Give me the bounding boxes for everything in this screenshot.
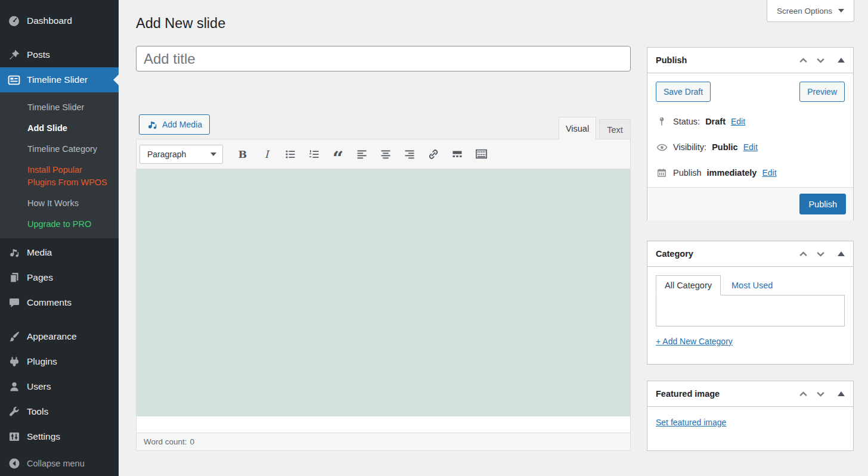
sidebar-item-label: Posts	[27, 49, 50, 60]
timeline-slider-submenu: Timeline Slider Add Slide Timeline Categ…	[0, 92, 119, 238]
title-input[interactable]	[136, 46, 631, 71]
sidebar-item-label: Tools	[27, 406, 48, 417]
sidebar-item-label: Dashboard	[27, 15, 72, 26]
admin-sidebar: Dashboard Posts Timeline Slider Timeline…	[0, 0, 119, 476]
sidebar-item-plugins[interactable]: Plugins	[0, 349, 119, 374]
visibility-value: Public	[712, 142, 738, 152]
content-editor: Paragraph B I “ Word cou	[136, 139, 631, 451]
align-right-button[interactable]	[399, 145, 420, 163]
tab-visual[interactable]: Visual	[559, 117, 596, 139]
schedule-label: Publish	[673, 168, 702, 178]
blockquote-button[interactable]: “	[328, 145, 348, 163]
sidebar-item-comments[interactable]: Comments	[0, 290, 119, 315]
category-title: Category	[656, 249, 798, 259]
category-metabox-header: Category	[647, 241, 853, 267]
edit-schedule-link[interactable]: Edit	[762, 168, 776, 178]
move-down-icon[interactable]	[816, 249, 826, 259]
editor-content-area[interactable]	[137, 169, 630, 416]
toggle-panel-icon[interactable]	[838, 388, 845, 396]
plug-icon	[8, 356, 20, 368]
move-up-icon[interactable]	[798, 389, 808, 399]
tab-all-category[interactable]: All Category	[656, 275, 721, 295]
featured-image-metabox: Featured image Set featured image	[647, 381, 854, 451]
user-icon	[8, 381, 20, 393]
submenu-item-timeline-category[interactable]: Timeline Category	[0, 139, 119, 160]
sidebar-item-timeline-slider[interactable]: Timeline Slider	[0, 67, 119, 92]
screen-options-button[interactable]: Screen Options	[767, 0, 854, 22]
sidebar-item-label: Pages	[27, 272, 53, 283]
category-metabox: Category All Category Most Used + Add Ne…	[647, 241, 854, 365]
italic-button[interactable]: I	[256, 145, 277, 163]
submenu-item-add-slide[interactable]: Add Slide	[0, 118, 119, 139]
page-title: Add New slide	[136, 15, 225, 32]
featured-image-title: Featured image	[656, 389, 798, 399]
featured-image-metabox-header: Featured image	[647, 381, 853, 407]
sidebar-item-tools[interactable]: Tools	[0, 399, 119, 424]
sidebar-item-users[interactable]: Users	[0, 374, 119, 399]
numbered-list-button[interactable]	[304, 145, 324, 163]
submenu-item-install-popular-plugins[interactable]: Install Popular Plugins From WPOS	[0, 160, 119, 193]
sidebar-item-label: Appearance	[27, 331, 77, 342]
editor-resize-strip[interactable]	[137, 416, 630, 433]
word-count-value: 0	[190, 437, 195, 446]
dashboard-icon	[8, 15, 20, 27]
bold-button[interactable]: B	[232, 145, 253, 163]
category-list-panel[interactable]	[656, 295, 845, 326]
schedule-row: Publish immediately Edit	[656, 167, 845, 179]
toggle-panel-icon[interactable]	[838, 54, 845, 63]
visibility-label: Visibility:	[673, 142, 706, 152]
chevron-down-icon	[210, 153, 216, 159]
wrench-icon	[8, 406, 20, 418]
paragraph-format-select[interactable]: Paragraph	[140, 145, 223, 164]
publish-metabox: Publish Save Draft Preview Status: Draft…	[647, 47, 854, 220]
sidebar-item-appearance[interactable]: Appearance	[0, 324, 119, 349]
sidebar-item-pages[interactable]: Pages	[0, 265, 119, 290]
submenu-item-how-it-works[interactable]: How It Works	[0, 193, 119, 214]
align-left-button[interactable]	[352, 145, 372, 163]
toolbar-toggle-keyboard-button[interactable]	[471, 145, 491, 163]
brush-icon	[8, 331, 20, 343]
slides-icon	[8, 74, 20, 86]
move-up-icon[interactable]	[798, 55, 808, 66]
submenu-item-upgrade-to-pro[interactable]: Upgrade to PRO	[0, 214, 119, 235]
read-more-tag-button[interactable]	[447, 145, 467, 163]
publish-button[interactable]: Publish	[799, 194, 846, 214]
preview-button[interactable]: Preview	[799, 82, 845, 102]
bulleted-list-button[interactable]	[280, 145, 300, 163]
add-media-label: Add Media	[162, 120, 202, 129]
set-featured-image-link[interactable]: Set featured image	[656, 418, 726, 427]
move-down-icon[interactable]	[816, 55, 826, 66]
featured-image-metabox-body: Set featured image	[647, 407, 853, 436]
move-up-icon[interactable]	[798, 249, 808, 259]
move-down-icon[interactable]	[816, 389, 826, 399]
edit-visibility-link[interactable]: Edit	[743, 142, 758, 152]
comment-icon	[8, 297, 20, 309]
sidebar-item-media[interactable]: Media	[0, 240, 119, 265]
submenu-item-timeline-slider[interactable]: Timeline Slider	[0, 97, 119, 118]
align-center-button[interactable]	[376, 145, 396, 163]
sidebar-item-label: Media	[27, 247, 52, 258]
collapse-icon	[8, 458, 20, 470]
tab-text[interactable]: Text	[599, 119, 631, 139]
tab-most-used[interactable]: Most Used	[731, 276, 773, 295]
chevron-down-icon	[838, 9, 844, 15]
toggle-panel-icon[interactable]	[838, 248, 845, 256]
sidebar-item-settings[interactable]: Settings	[0, 424, 119, 449]
status-row: Status: Draft Edit	[656, 116, 845, 127]
publish-metabox-body: Save Draft Preview Status: Draft Edit Vi…	[647, 73, 853, 187]
sidebar-item-dashboard[interactable]: Dashboard	[0, 8, 119, 33]
edit-status-link[interactable]: Edit	[731, 117, 745, 126]
add-new-category-link[interactable]: + Add New Category	[656, 337, 733, 346]
pin-icon	[8, 49, 20, 61]
sidebar-item-posts[interactable]: Posts	[0, 42, 119, 67]
publish-metabox-header: Publish	[647, 48, 853, 73]
schedule-value: immediately	[707, 168, 757, 178]
collapse-menu-button[interactable]: Collapse menu	[0, 451, 119, 476]
status-value: Draft	[705, 117, 726, 126]
save-draft-button[interactable]: Save Draft	[656, 82, 711, 102]
add-media-button[interactable]: Add Media	[139, 114, 210, 135]
word-count-label: Word count:	[144, 437, 187, 446]
pages-icon	[8, 272, 20, 284]
publish-title: Publish	[656, 55, 798, 65]
insert-link-button[interactable]	[423, 145, 444, 163]
